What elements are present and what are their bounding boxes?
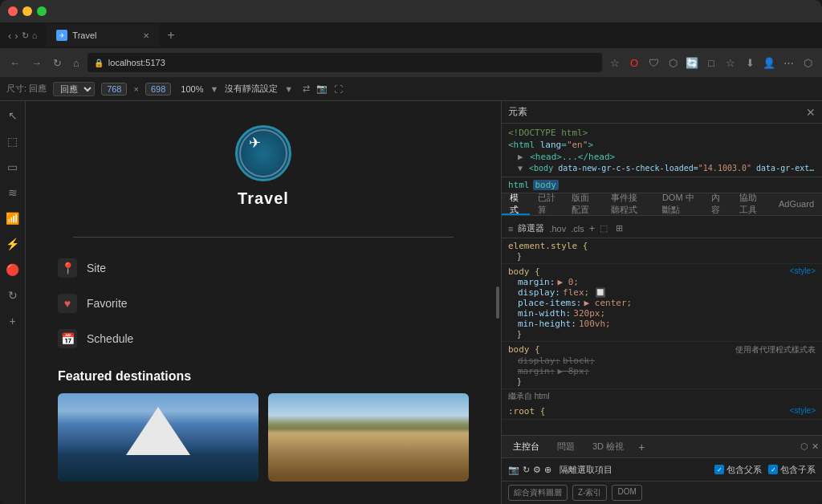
forward-button[interactable]: → <box>28 55 45 71</box>
sidebar-performance-icon[interactable]: ⚡ <box>5 236 21 252</box>
nav-item-site[interactable]: 📍 Site <box>58 250 469 286</box>
tab-forward-btn[interactable]: › <box>14 30 18 42</box>
camera-btn[interactable]: 📷 <box>508 465 519 475</box>
refresh-btn[interactable]: ↻ <box>523 465 530 475</box>
rt-fullscreen-icon[interactable]: ⛶ <box>334 84 343 94</box>
bt-tab-3d[interactable]: 3D 檢視 <box>584 436 632 457</box>
tab-reload-btn[interactable]: ↻ <box>22 30 29 41</box>
dt-tab-events[interactable]: 事件接聽程式 <box>603 193 654 215</box>
sidebar-elements-icon[interactable]: 🔴 <box>5 262 21 278</box>
tree-head[interactable]: ▶ <head>...</head> <box>518 151 816 163</box>
scroll-handle[interactable] <box>496 287 499 319</box>
include-child-checkbox[interactable]: ✓ 包含子系 <box>768 464 816 476</box>
dt-tab-properties[interactable]: 內容 <box>703 193 731 215</box>
breadcrumb-html[interactable]: html <box>508 180 530 190</box>
z-index-btn[interactable]: Z-索引 <box>572 485 607 501</box>
wallet-icon: □ <box>703 55 719 71</box>
close-button[interactable] <box>8 6 18 16</box>
favorite-icon: ♥ <box>58 294 77 313</box>
ua-source-label: 使用者代理程式樣式表 <box>735 344 816 356</box>
composite-layers-btn[interactable]: 綜合資料圖層 <box>508 485 568 501</box>
bt-tab-issues[interactable]: 問題 <box>549 436 583 457</box>
css-prop-min-height: min-height: 100vh; <box>518 319 816 329</box>
bt-tab-console[interactable]: 主控台 <box>505 436 547 457</box>
home-button[interactable]: ⌂ <box>70 55 83 71</box>
bt-close-icon[interactable]: ✕ <box>812 441 819 452</box>
featured-img-mountain[interactable] <box>58 393 258 482</box>
body-expand-icon[interactable]: ▼ <box>518 164 523 173</box>
tree-html[interactable]: <html lang="en"> <box>508 139 816 151</box>
rt-width[interactable]: 768 <box>101 83 127 96</box>
dt-tab-accessibility[interactable]: 協助工具 <box>731 193 771 215</box>
reload-button[interactable]: ↻ <box>50 55 65 71</box>
rt-height[interactable]: 698 <box>145 83 171 96</box>
maximize-button[interactable] <box>37 6 47 16</box>
dt-tab-computed[interactable]: 已計算 <box>530 193 564 215</box>
filter-layout-icon[interactable]: ⬚ <box>600 223 608 234</box>
tree-doctype[interactable]: <!DOCTYPE html> <box>508 127 816 139</box>
include-parent-label: 包含父系 <box>726 464 762 476</box>
root-source[interactable]: <style> <box>790 406 816 417</box>
expand-icon[interactable]: ▶ <box>518 152 523 162</box>
bt-plus-btn[interactable]: + <box>633 441 649 453</box>
sidebar-add-icon[interactable]: + <box>5 313 21 329</box>
nav-item-favorite[interactable]: ♥ Favorite <box>58 286 469 321</box>
bt-popout-icon[interactable]: ⬡ <box>800 441 808 452</box>
dt-tab-adguard[interactable]: AdGuard <box>771 193 822 215</box>
rt-zoom: 100% <box>181 84 203 94</box>
bookmark-icon[interactable]: ☆ <box>722 55 739 71</box>
main-area: ↖ ⬚ ▭ ≋ 📶 ⚡ 🔴 ↻ + Travel 📍 <box>0 101 822 504</box>
browser-tab[interactable]: ✈ Travel ✕ <box>47 24 159 47</box>
css-rule-root: :root { <style> <box>502 404 822 420</box>
include-parent-checkbox[interactable]: ✓ 包含父系 <box>714 464 762 476</box>
css-prop-margin-ua: margin: ▶ 8px; <box>518 366 816 376</box>
css-rule-body-ua: body { 使用者代理程式樣式表 display: block; margin… <box>502 342 822 389</box>
nav-label-site: Site <box>87 262 106 274</box>
tab-home-btn[interactable]: ⌂ <box>32 30 38 40</box>
sync-icon: 🔄 <box>684 55 700 71</box>
nav-item-schedule[interactable]: 📅 Schedule <box>58 321 469 356</box>
target-btn[interactable]: ⊕ <box>544 465 551 475</box>
filter-add-btn[interactable]: + <box>589 222 596 234</box>
settings-btn[interactable]: ⚙ <box>533 465 541 475</box>
featured-img-colosseum[interactable] <box>268 393 469 482</box>
filter-hov-btn[interactable]: .hov <box>549 224 566 234</box>
rt-device-select[interactable]: 回應 <box>53 82 95 96</box>
back-button[interactable]: ← <box>6 55 23 71</box>
account-icon[interactable]: 👤 <box>761 55 777 71</box>
new-tab-button[interactable]: + <box>162 28 179 43</box>
star-icon[interactable]: ☆ <box>607 55 623 71</box>
include-child-label: 包含子系 <box>780 464 816 476</box>
dt-tab-dom[interactable]: DOM 中斷點 <box>654 193 703 215</box>
body-source[interactable]: <style> <box>790 266 816 277</box>
inherited-label: 繼承自 html <box>502 389 822 404</box>
filter-more-icon[interactable]: ⊞ <box>616 223 623 234</box>
breadcrumb-body[interactable]: body <box>533 180 560 190</box>
travel-site[interactable]: Travel 📍 Site ♥ Favorite 📅 Schedule <box>26 101 501 504</box>
sidebar-network-icon[interactable]: ≋ <box>5 185 21 201</box>
sidebar-refresh-icon[interactable]: ↻ <box>5 287 21 303</box>
dt-tab-styles[interactable]: 模式 <box>502 193 530 215</box>
minimize-button[interactable] <box>22 6 32 16</box>
filter-cls-btn[interactable]: .cls <box>571 224 584 234</box>
sidebar-responsive-icon[interactable]: ▭ <box>5 159 21 175</box>
dt-tab-layout[interactable]: 版面配置 <box>564 193 603 215</box>
tree-body[interactable]: ▼ <body data-new-gr-c-s-check-loaded="14… <box>518 163 816 173</box>
sidebar-wifi-icon[interactable]: 📶 <box>5 210 21 226</box>
html-tag: <html lang="en"> <box>508 140 593 150</box>
devtools-close-icon[interactable]: ✕ <box>806 106 816 119</box>
tab-back-btn[interactable]: ‹ <box>8 30 11 42</box>
colosseum-image <box>268 393 469 482</box>
extensions-icon: ⬡ <box>800 55 816 71</box>
left-sidebar: ↖ ⬚ ▭ ≋ 📶 ⚡ 🔴 ↻ + <box>0 101 26 504</box>
sidebar-inspector-icon[interactable]: ⬚ <box>5 133 21 149</box>
sidebar-cursor-icon[interactable]: ↖ <box>5 108 21 124</box>
dom-btn[interactable]: DOM <box>612 485 641 501</box>
menu-icon[interactable]: ⋯ <box>780 55 796 71</box>
rt-camera-icon[interactable]: 📷 <box>316 83 328 94</box>
rt-rotate-icon[interactable]: ⇄ <box>303 83 310 94</box>
devtools-tabs: 模式 已計算 版面配置 事件接聽程式 DOM 中斷點 內容 協助工具 AdGua… <box>502 193 822 216</box>
tab-close-icon[interactable]: ✕ <box>143 31 149 40</box>
address-bar[interactable]: 🔒 localhost:5173 <box>87 53 602 72</box>
title-bar <box>0 0 822 22</box>
